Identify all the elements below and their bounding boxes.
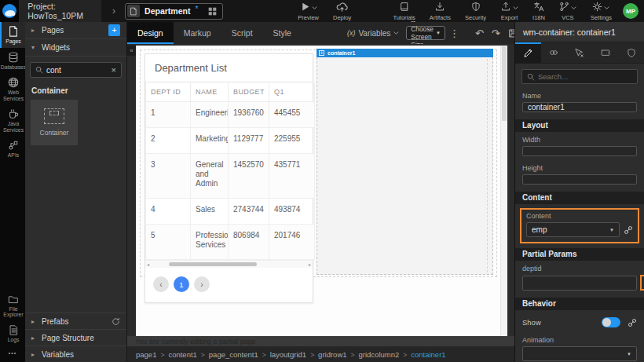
breadcrumb-page-content1[interactable]: page_content1 bbox=[209, 350, 266, 359]
rail-item-java-services[interactable]: Java Services bbox=[0, 104, 25, 136]
width-field[interactable] bbox=[522, 146, 637, 156]
tab-script[interactable]: Script bbox=[221, 22, 263, 44]
rail-item-web-services[interactable]: Web Services bbox=[0, 73, 25, 104]
table-row[interactable]: 3 General and Admin 1452570 435771 bbox=[146, 154, 315, 199]
col-dept-id[interactable]: DEPT ID bbox=[146, 82, 191, 102]
scroll-left-icon[interactable]: ◂ bbox=[147, 261, 149, 269]
deploy-button[interactable]: Deploy bbox=[333, 2, 351, 21]
pages-section-header[interactable]: ▸ Pages + bbox=[25, 22, 126, 39]
rail-item-file-explorer[interactable]: File Explorer bbox=[0, 291, 25, 321]
content-select[interactable]: emp ▼ bbox=[526, 222, 620, 237]
page-tab-department[interactable]: Department * bbox=[125, 3, 223, 20]
rail-item-pages[interactable]: Pages bbox=[0, 22, 25, 48]
vcs-button[interactable]: VCS bbox=[559, 2, 576, 21]
tab-design[interactable]: Design bbox=[127, 22, 174, 44]
tab-markup[interactable]: Markup bbox=[174, 22, 221, 44]
add-page-button[interactable]: + bbox=[108, 24, 120, 36]
col-q1[interactable]: Q1 bbox=[269, 82, 315, 102]
container-inner-guide bbox=[487, 59, 488, 272]
globe-icon bbox=[8, 77, 19, 88]
selected-container-widget[interactable]: + container1 bbox=[317, 49, 493, 275]
device-icon bbox=[600, 48, 611, 57]
col-budget[interactable]: BUDGET bbox=[229, 82, 269, 102]
properties-search-input[interactable] bbox=[538, 72, 632, 81]
animation-select[interactable]: ▼ bbox=[522, 346, 637, 361]
settings-button[interactable]: Settings bbox=[591, 2, 612, 21]
department-table: DEPT ID NAME BUDGET Q1 1 Engineeri... bbox=[145, 82, 315, 260]
show-toggle[interactable] bbox=[602, 317, 620, 327]
tab-events[interactable] bbox=[567, 42, 593, 63]
app-logo[interactable] bbox=[0, 0, 19, 22]
variables-fx-icon: (x) bbox=[347, 29, 356, 37]
chevron-down-icon bbox=[604, 6, 609, 10]
variables-section-header[interactable]: ▸ Variables bbox=[25, 346, 126, 362]
toggle-knob bbox=[602, 318, 611, 327]
breadcrumb-gridcolumn2[interactable]: gridcolumn2 bbox=[359, 350, 408, 359]
dropdown-arrow-icon: ▼ bbox=[627, 352, 631, 357]
bind-link-icon[interactable] bbox=[624, 225, 633, 235]
pagination-next-button[interactable]: › bbox=[194, 276, 210, 292]
tab-security[interactable] bbox=[618, 42, 644, 63]
container-selection-bar[interactable]: + container1 bbox=[317, 49, 493, 57]
page-structure-section-header[interactable]: ▸ Page Structure bbox=[25, 329, 126, 346]
prefabs-section-header[interactable]: ▸ Prefabs bbox=[25, 313, 126, 329]
design-canvas[interactable]: « Department List DEPT ID NAME bbox=[127, 44, 514, 336]
table-row[interactable]: 5 Professio... Services 806984 201746 bbox=[146, 225, 315, 260]
tab-style[interactable]: Style bbox=[263, 22, 302, 44]
i18n-button[interactable]: I18N bbox=[532, 2, 545, 21]
pagination-page-1[interactable]: 1 bbox=[174, 276, 189, 292]
widgets-section-header[interactable]: ▾ Widgets bbox=[25, 39, 126, 57]
table-row[interactable]: 4 Sales 2743744 493874 bbox=[146, 199, 315, 225]
department-table-widget[interactable]: Department List DEPT ID NAME BUDGET Q1 bbox=[145, 53, 313, 303]
more-vert-icon[interactable]: ⋮ bbox=[449, 28, 459, 38]
scrollbar-thumb[interactable] bbox=[169, 262, 257, 266]
breadcrumb-container1[interactable]: container1 bbox=[411, 350, 445, 359]
partial-page-status: You are currently editing a partial page bbox=[127, 336, 514, 346]
properties-search-box[interactable] bbox=[521, 69, 638, 84]
widget-search-box[interactable]: × bbox=[30, 62, 122, 78]
breadcrumb-page1[interactable]: page1 bbox=[136, 350, 164, 359]
table-row[interactable]: 1 Engineeri... 1936760 445455 bbox=[146, 102, 315, 128]
breadcrumb-layoutgrid1[interactable]: layoutgrid1 bbox=[270, 350, 314, 359]
pages-section-label: Pages bbox=[42, 26, 64, 35]
name-field[interactable] bbox=[522, 102, 637, 112]
tab-devices[interactable] bbox=[592, 42, 618, 63]
breadcrumb-content1[interactable]: content1 bbox=[168, 350, 204, 359]
redo-button[interactable]: ↷ bbox=[492, 28, 500, 38]
breadcrumb-gridrow1[interactable]: gridrow1 bbox=[318, 350, 354, 359]
refresh-icon[interactable] bbox=[112, 317, 120, 326]
height-field[interactable] bbox=[522, 174, 637, 185]
rail-more-icon[interactable]: ••• bbox=[0, 346, 25, 362]
screen-size-select[interactable]: -- Choose Screen Size -- ▼ bbox=[406, 26, 445, 40]
table-row[interactable]: 2 Marketing 1129777 225955 bbox=[146, 128, 315, 154]
container-widget-tile[interactable]: Container bbox=[31, 100, 78, 145]
col-name[interactable]: NAME bbox=[191, 82, 229, 102]
user-avatar[interactable]: MP bbox=[623, 3, 639, 19]
pagination-prev-button[interactable]: ‹ bbox=[153, 276, 169, 292]
section-partial-params: Partial Params bbox=[515, 248, 644, 261]
scroll-right-icon[interactable]: ▸ bbox=[309, 261, 311, 269]
security-button[interactable]: Security bbox=[465, 2, 486, 21]
container-move-icon[interactable]: + bbox=[319, 50, 324, 56]
undo-button[interactable]: ↶ bbox=[475, 28, 484, 38]
scrollbar-thumb[interactable] bbox=[502, 46, 507, 121]
rail-item-logs[interactable]: Logs bbox=[0, 321, 25, 346]
tab-styles[interactable] bbox=[541, 42, 567, 63]
clear-search-icon[interactable]: × bbox=[112, 65, 116, 75]
vcs-label: VCS bbox=[562, 14, 573, 21]
export-button[interactable]: Export bbox=[500, 2, 518, 21]
tab-properties[interactable] bbox=[515, 42, 541, 63]
variables-menu[interactable]: (x) Variables bbox=[347, 29, 399, 38]
container-drop-area[interactable] bbox=[317, 57, 493, 275]
deptid-field[interactable] bbox=[522, 276, 637, 291]
canvas-vertical-scrollbar[interactable] bbox=[500, 46, 507, 336]
rail-item-apis[interactable]: APIs bbox=[0, 136, 25, 162]
table-horizontal-scrollbar[interactable]: ◂ ▸ bbox=[145, 260, 313, 268]
canvas-page[interactable]: Department List DEPT ID NAME BUDGET Q1 bbox=[136, 46, 507, 336]
collapse-left-panel-button[interactable]: « bbox=[127, 46, 136, 56]
preview-button[interactable]: Preview bbox=[298, 2, 319, 21]
rail-item-databases[interactable]: Databases bbox=[0, 48, 25, 74]
grid-view-icon[interactable] bbox=[208, 7, 217, 16]
bind-link-icon[interactable] bbox=[628, 318, 637, 327]
widget-search-input[interactable] bbox=[46, 66, 108, 75]
